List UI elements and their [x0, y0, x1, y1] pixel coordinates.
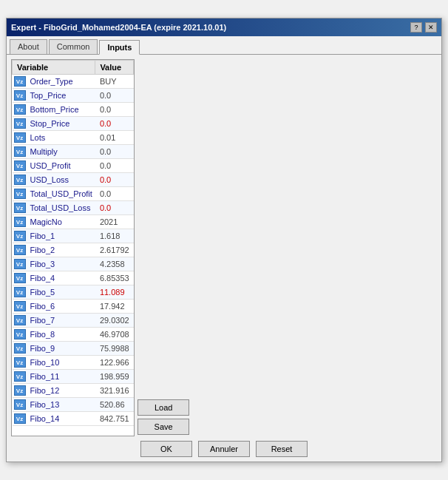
variable-icon: Vz	[14, 160, 26, 171]
variable-value[interactable]: 0.0	[95, 159, 134, 173]
variable-name: Fibo_11	[27, 370, 95, 384]
variable-value[interactable]: 17.942	[95, 300, 134, 314]
var-icon-cell: Vz	[13, 370, 27, 384]
variable-value[interactable]: 0.0	[95, 201, 134, 215]
table-row[interactable]: VzTop_Price0.0	[13, 89, 134, 103]
variable-name: Fibo_14	[27, 412, 95, 426]
tab-common[interactable]: Common	[49, 39, 98, 54]
tab-about[interactable]: About	[10, 39, 47, 54]
variable-name: Top_Price	[27, 89, 95, 103]
col-variable: Variable	[13, 61, 95, 75]
variable-name: USD_Loss	[27, 173, 95, 187]
variable-value[interactable]: 46.9708	[95, 328, 134, 342]
variable-value[interactable]: 0.0	[95, 117, 134, 131]
variable-name: Fibo_7	[27, 314, 95, 328]
table-row[interactable]: VzFibo_22.61792	[13, 243, 134, 257]
table-row[interactable]: VzFibo_11198.959	[13, 370, 134, 384]
variable-name: Total_USD_Loss	[27, 201, 95, 215]
table-row[interactable]: VzFibo_11.618	[13, 229, 134, 243]
save-button[interactable]: Save	[138, 419, 189, 435]
help-button[interactable]: ?	[410, 22, 422, 33]
main-window: Expert - FiboGrid_Mohamed2004-EA (expire…	[6, 18, 442, 462]
variable-name: Fibo_5	[27, 285, 95, 300]
table-row[interactable]: VzUSD_Loss0.0	[13, 173, 134, 187]
variable-value[interactable]: 0.0	[95, 173, 134, 187]
table-row[interactable]: VzFibo_729.0302	[13, 314, 134, 328]
variable-value[interactable]: 11.089	[95, 285, 134, 300]
variable-name: Fibo_6	[27, 300, 95, 314]
table-row[interactable]: VzLots0.01	[13, 131, 134, 145]
variable-name: Multiply	[27, 145, 95, 159]
ok-button[interactable]: OK	[140, 441, 192, 457]
table-area: Variable Value VzOrder_TypeBUYVzTop_Pric…	[11, 59, 437, 436]
table-row[interactable]: VzFibo_617.942	[13, 300, 134, 314]
table-row[interactable]: VzFibo_511.089	[13, 285, 134, 300]
table-row[interactable]: VzFibo_34.2358	[13, 257, 134, 271]
variable-value[interactable]: 321.916	[95, 384, 134, 398]
table-row[interactable]: VzFibo_13520.86	[13, 398, 134, 412]
variable-value[interactable]: 2.61792	[95, 243, 134, 257]
variable-value[interactable]: 0.01	[95, 131, 134, 145]
variable-icon: Vz	[14, 315, 26, 325]
table-row[interactable]: VzFibo_846.9708	[13, 328, 134, 342]
table-row[interactable]: VzFibo_46.85353	[13, 271, 134, 285]
var-icon-cell: Vz	[13, 159, 27, 173]
var-icon-cell: Vz	[13, 328, 27, 342]
var-icon-cell: Vz	[13, 356, 27, 370]
variable-value[interactable]: 6.85353	[95, 271, 134, 285]
variable-value[interactable]: 0.0	[95, 103, 134, 117]
variable-name: Total_USD_Profit	[27, 187, 95, 201]
variable-value[interactable]: 75.9988	[95, 342, 134, 356]
variable-icon: Vz	[14, 343, 26, 354]
variable-value[interactable]: 842.751	[95, 412, 134, 426]
var-icon-cell: Vz	[13, 229, 27, 243]
variable-value[interactable]: 198.959	[95, 370, 134, 384]
var-icon-cell: Vz	[13, 187, 27, 201]
variable-value[interactable]: 2021	[95, 215, 134, 229]
var-icon-cell: Vz	[13, 300, 27, 314]
table-row[interactable]: VzMagicNo2021	[13, 215, 134, 229]
variable-value[interactable]: BUY	[95, 75, 134, 89]
variable-value[interactable]: 520.86	[95, 398, 134, 412]
table-row[interactable]: VzStop_Price0.0	[13, 117, 134, 131]
table-row[interactable]: VzFibo_10122.966	[13, 356, 134, 370]
variable-icon: Vz	[14, 301, 26, 311]
var-icon-cell: Vz	[13, 201, 27, 215]
table-row[interactable]: VzTotal_USD_Profit0.0	[13, 187, 134, 201]
variable-value[interactable]: 0.0	[95, 187, 134, 201]
variable-icon: Vz	[14, 371, 26, 382]
var-icon-cell: Vz	[13, 342, 27, 356]
variable-value[interactable]: 0.0	[95, 145, 134, 159]
table-row[interactable]: VzFibo_975.9988	[13, 342, 134, 356]
load-button[interactable]: Load	[138, 399, 189, 416]
variable-value[interactable]: 0.0	[95, 89, 134, 103]
variable-name: Stop_Price	[27, 117, 95, 131]
variable-name: Order_Type	[27, 75, 95, 89]
tab-inputs[interactable]: Inputs	[99, 40, 140, 55]
close-button[interactable]: ✕	[425, 22, 437, 33]
variable-icon: Vz	[14, 90, 26, 101]
var-icon-cell: Vz	[13, 271, 27, 285]
var-icon-cell: Vz	[13, 75, 27, 89]
table-row[interactable]: VzMultiply0.0	[13, 145, 134, 159]
table-row[interactable]: VzTotal_USD_Loss0.0	[13, 201, 134, 215]
variable-value[interactable]: 122.966	[95, 356, 134, 370]
side-buttons: Load Save	[138, 59, 189, 436]
variable-name: Fibo_8	[27, 328, 95, 342]
table-row[interactable]: VzOrder_TypeBUY	[13, 75, 134, 89]
variable-icon: Vz	[14, 385, 26, 396]
annuler-button[interactable]: Annuler	[198, 441, 250, 457]
variable-value[interactable]: 4.2358	[95, 257, 134, 271]
variable-icon: Vz	[14, 175, 26, 185]
variable-name: Fibo_3	[27, 257, 95, 271]
variable-value[interactable]: 1.618	[95, 229, 134, 243]
variable-icon: Vz	[14, 217, 26, 227]
table-row[interactable]: VzFibo_14842.751	[13, 412, 134, 426]
table-row[interactable]: VzUSD_Profit0.0	[13, 159, 134, 173]
reset-button[interactable]: Reset	[256, 441, 308, 457]
variable-value[interactable]: 29.0302	[95, 314, 134, 328]
table-row[interactable]: VzBottom_Price0.0	[13, 103, 134, 117]
variable-icon: Vz	[14, 118, 26, 129]
table-row[interactable]: VzFibo_12321.916	[13, 384, 134, 398]
variable-name: Fibo_1	[27, 229, 95, 243]
